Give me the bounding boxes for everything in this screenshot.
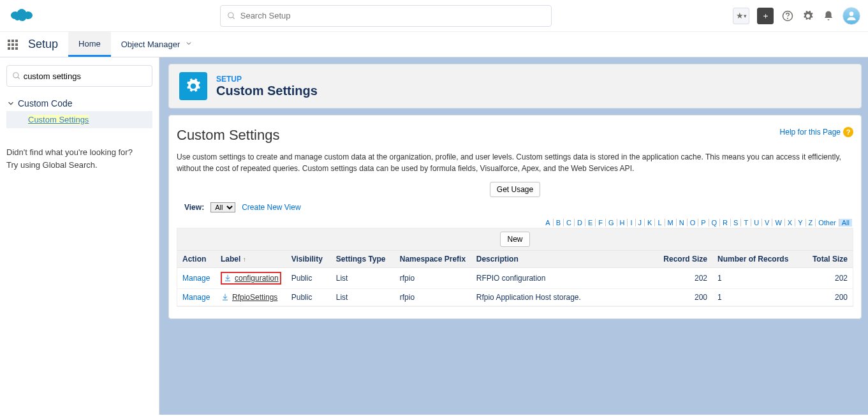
section-title: Custom Settings: [177, 127, 279, 144]
alpha-r[interactable]: R: [720, 219, 731, 227]
manage-link[interactable]: Manage: [182, 293, 210, 302]
alpha-j[interactable]: J: [636, 219, 645, 227]
alpha-t[interactable]: T: [741, 219, 751, 227]
view-label: View:: [184, 203, 204, 212]
breadcrumb: SETUP: [216, 75, 318, 84]
alpha-n[interactable]: N: [677, 219, 688, 227]
col-label[interactable]: Label ↑: [216, 251, 286, 268]
alpha-s[interactable]: S: [731, 219, 741, 227]
new-button[interactable]: New: [500, 232, 529, 247]
alpha-other[interactable]: Other: [816, 219, 839, 227]
alpha-d[interactable]: D: [575, 219, 585, 227]
global-header: ★▾ ＋: [0, 0, 868, 32]
help-link[interactable]: Help for this Page ?: [780, 127, 853, 137]
notifications-icon[interactable]: [822, 10, 835, 22]
svg-point-3: [788, 18, 788, 19]
alpha-l[interactable]: L: [655, 219, 665, 227]
alpha-z[interactable]: Z: [806, 219, 816, 227]
tab-label: Object Manager: [121, 40, 180, 49]
col-action: Action: [177, 251, 216, 268]
global-actions-icon[interactable]: ＋: [757, 8, 774, 24]
favorites-icon[interactable]: ★▾: [733, 8, 749, 24]
tab-home[interactable]: Home: [68, 32, 111, 57]
alpha-u[interactable]: U: [751, 219, 762, 227]
nav-bar: Setup Home Object Manager: [0, 32, 868, 57]
create-new-view-link[interactable]: Create New View: [242, 203, 300, 212]
setting-label-link[interactable]: configuration: [235, 274, 279, 283]
alpha-b[interactable]: B: [554, 219, 564, 227]
global-search[interactable]: [220, 5, 552, 27]
alpha-all[interactable]: All: [839, 219, 852, 227]
main-content: SETUP Custom Settings Custom Settings He…: [159, 57, 868, 415]
col-num-records: Number of Records: [712, 251, 802, 268]
alpha-m[interactable]: M: [665, 219, 677, 227]
svg-line-6: [18, 77, 20, 79]
alpha-h[interactable]: H: [617, 219, 628, 227]
setup-sidebar: Custom Code Custom Settings Didn't find …: [0, 57, 159, 415]
alpha-i[interactable]: I: [628, 219, 635, 227]
user-avatar[interactable]: [842, 7, 860, 25]
alpha-q[interactable]: Q: [709, 219, 721, 227]
col-record-size: Record Size: [655, 251, 712, 268]
alpha-f[interactable]: F: [596, 219, 606, 227]
page-header: SETUP Custom Settings: [168, 64, 862, 108]
col-description: Description: [471, 251, 655, 268]
quick-find[interactable]: [6, 65, 152, 87]
alpha-v[interactable]: V: [762, 219, 772, 227]
alpha-k[interactable]: K: [645, 219, 655, 227]
alpha-o[interactable]: O: [688, 219, 699, 227]
alpha-y[interactable]: Y: [795, 219, 805, 227]
svg-point-4: [850, 11, 854, 16]
col-visibility: Visibility: [286, 251, 331, 268]
search-icon: [227, 11, 236, 20]
table-row: Manage configurationPublicListrfpioRFPIO…: [177, 268, 853, 289]
svg-point-5: [13, 73, 18, 78]
search-icon: [12, 71, 21, 80]
sort-asc-icon: ↑: [243, 256, 246, 263]
chevron-down-icon: [185, 40, 193, 49]
alpha-p[interactable]: P: [698, 219, 709, 227]
gear-icon: [179, 72, 207, 100]
col-total-size: Total Size: [802, 251, 853, 268]
app-launcher-icon[interactable]: [0, 32, 26, 57]
view-select[interactable]: All: [210, 202, 235, 212]
alpha-x[interactable]: X: [785, 219, 795, 227]
page-title: Custom Settings: [216, 84, 318, 98]
section-description: Use custom settings to create and manage…: [177, 151, 853, 174]
global-search-input[interactable]: [240, 11, 545, 20]
col-settings-type: Settings Type: [331, 251, 395, 268]
help-icon[interactable]: [781, 10, 794, 22]
tree-item-custom-settings[interactable]: Custom Settings: [6, 111, 152, 128]
custom-settings-table: Action Label ↑ Visibility Settings Type …: [177, 251, 853, 306]
alpha-w[interactable]: W: [772, 219, 784, 227]
tab-object-manager[interactable]: Object Manager: [111, 32, 203, 57]
tree-section-custom-code[interactable]: Custom Code: [6, 96, 152, 111]
table-row: Manage RfpioSettingsPublicListrfpioRfpio…: [177, 289, 853, 306]
setting-label-link[interactable]: RfpioSettings: [232, 293, 277, 302]
manage-link[interactable]: Manage: [182, 274, 210, 283]
svg-line-1: [232, 17, 234, 19]
alpha-g[interactable]: G: [606, 219, 617, 227]
salesforce-logo[interactable]: [8, 6, 38, 26]
get-usage-button[interactable]: Get Usage: [490, 182, 540, 197]
col-namespace: Namespace Prefix: [395, 251, 471, 268]
alpha-e[interactable]: E: [585, 219, 596, 227]
setup-gear-icon[interactable]: [802, 10, 814, 22]
help-badge-icon: ?: [843, 127, 853, 137]
alpha-filter: ABCDEFGHIJKLMNOPQRSTUVWXYZOtherAll: [177, 219, 853, 227]
alpha-c[interactable]: C: [564, 219, 575, 227]
app-name: Setup: [26, 32, 68, 57]
alpha-a[interactable]: A: [543, 219, 553, 227]
quick-find-input[interactable]: [24, 71, 147, 81]
chevron-down-icon: [6, 99, 15, 108]
content-panel: Custom Settings Help for this Page ? Use…: [168, 115, 862, 319]
no-results-hint: Didn't find what you're looking for? Try…: [6, 146, 152, 171]
svg-point-0: [228, 12, 233, 17]
